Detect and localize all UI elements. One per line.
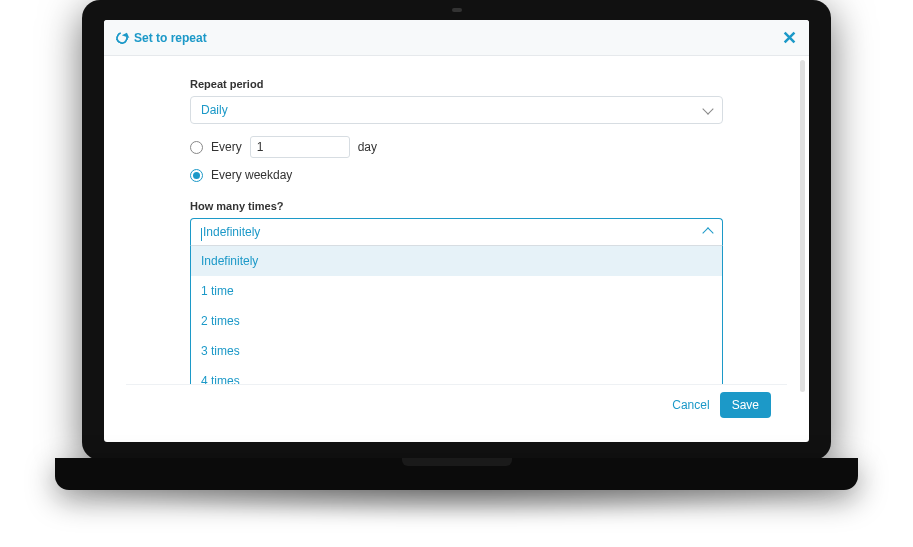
app-screen: Set to repeat ✕ Repeat period Daily Ever… bbox=[104, 20, 809, 442]
times-value: Indefinitely bbox=[203, 225, 260, 239]
modal-scrollbar[interactable] bbox=[800, 60, 805, 392]
times-option[interactable]: 3 times bbox=[191, 336, 722, 366]
chevron-up-icon bbox=[702, 227, 713, 238]
times-select[interactable]: Indefinitely bbox=[190, 218, 723, 246]
laptop-base bbox=[55, 458, 858, 490]
times-option[interactable]: 2 times bbox=[191, 306, 722, 336]
every-n-row: Every day bbox=[190, 136, 723, 158]
times-option[interactable]: 1 time bbox=[191, 276, 722, 306]
every-n-suffix: day bbox=[358, 140, 377, 154]
close-icon[interactable]: ✕ bbox=[782, 29, 797, 47]
times-dropdown: Indefinitely1 time2 times3 times4 times bbox=[190, 246, 723, 396]
every-n-input[interactable] bbox=[250, 136, 350, 158]
every-weekday-label: Every weekday bbox=[211, 168, 292, 182]
cancel-button[interactable]: Cancel bbox=[672, 398, 709, 412]
repeat-period-select[interactable]: Daily bbox=[190, 96, 723, 124]
every-weekday-row: Every weekday bbox=[190, 168, 723, 182]
laptop-frame: Set to repeat ✕ Repeat period Daily Ever… bbox=[82, 0, 831, 460]
every-weekday-radio[interactable] bbox=[190, 169, 203, 182]
every-n-radio[interactable] bbox=[190, 141, 203, 154]
repeat-period-value: Daily bbox=[201, 103, 228, 117]
save-button[interactable]: Save bbox=[720, 392, 771, 418]
modal-title: Set to repeat bbox=[116, 31, 207, 45]
times-label: How many times? bbox=[190, 200, 723, 212]
times-option[interactable]: Indefinitely bbox=[191, 246, 722, 276]
repeat-icon bbox=[114, 29, 130, 45]
every-n-label: Every bbox=[211, 140, 242, 154]
modal-title-text: Set to repeat bbox=[134, 31, 207, 45]
modal-footer: Cancel Save bbox=[126, 384, 787, 424]
modal-body: Repeat period Daily Every day Every week… bbox=[104, 56, 809, 402]
repeat-period-label: Repeat period bbox=[190, 78, 723, 90]
camera-dot bbox=[452, 8, 462, 12]
chevron-down-icon bbox=[702, 103, 713, 114]
modal-header: Set to repeat ✕ bbox=[104, 20, 809, 56]
